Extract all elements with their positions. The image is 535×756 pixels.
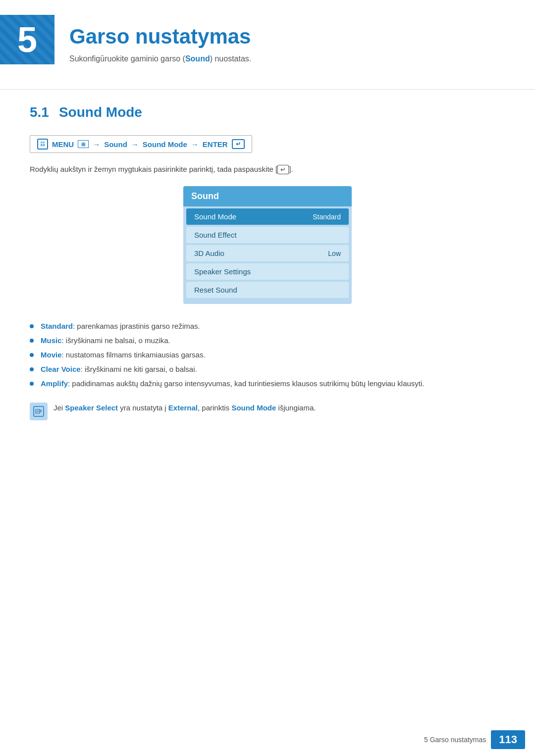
enter-icon: ↵ [232,139,245,149]
svg-rect-0 [34,406,44,416]
nav-path: ☷ MENU ⊞ → Sound → Sound Mode → ENTER ↵ [30,135,252,153]
term-movie: Movie [41,351,62,359]
footer-chapter-label: 5 Garso nustatymas [424,736,486,744]
section-title: Sound Mode [59,104,142,120]
sound-mode-term: Sound Mode [231,403,276,412]
sound-mode-value: Standard [313,213,341,221]
nav-arrow-1: → [93,140,100,149]
sound-menu-wrapper: Sound Sound Mode Standard Sound Effect 3… [30,186,505,304]
bullet-dot [30,367,34,371]
main-content: 5.1 Sound Mode ☷ MENU ⊞ → Sound → Sound … [0,104,535,420]
chapter-title: Garso nustatymas [69,25,251,49]
3d-audio-label: 3D Audio [194,249,224,257]
description-text: Rodyklių aukštyn ir žemyn mygtukais pasi… [30,165,505,174]
reset-sound-label: Reset Sound [194,286,237,294]
section-heading: 5.1 Sound Mode [30,104,505,120]
page-header: 5 Garso nustatymas Sukonfigūruokite gami… [0,0,535,74]
term-standard: Standard [41,322,73,330]
list-item: Music: išryškinami ne balsai, o muzika. [30,336,505,345]
list-item: Movie: nustatomas filmams tinkamiausias … [30,351,505,359]
chapter-subtitle: Sukonfigūruokite gaminio garso (Sound) n… [69,54,251,63]
page-footer: 5 Garso nustatymas 113 [0,723,535,756]
bullet-dot [30,382,34,386]
sound-effect-label: Sound Effect [194,231,237,239]
nav-arrow-3: → [191,140,199,149]
nav-sound: Sound [104,140,127,149]
note-icon [30,403,48,420]
section-divider [0,89,535,90]
sound-menu-header: Sound [183,186,352,206]
bullet-dot [30,339,34,343]
menu-icon: ☷ [37,139,48,150]
chapter-number-block: 5 [0,15,54,64]
3d-audio-value: Low [328,250,341,257]
chapter-number: 5 [17,19,37,60]
menu-label: MENU [52,140,74,149]
term-clear-voice: Clear Voice [41,365,81,373]
nav-arrow-2: → [131,140,139,149]
enter-key-icon: ↵ [277,165,289,174]
external-term: External [168,403,198,412]
sound-menu-item-3d-audio[interactable]: 3D Audio Low [186,245,349,261]
sound-menu-panel: Sound Sound Mode Standard Sound Effect 3… [183,186,352,304]
bullet-dot [30,324,34,328]
list-item: Standard: parenkamas įprastinis garso re… [30,322,505,330]
list-item: Clear Voice: išryškinami ne kiti garsai,… [30,365,505,373]
sound-menu-item-sound-mode[interactable]: Sound Mode Standard [186,208,349,225]
sound-menu-item-reset-sound[interactable]: Reset Sound [186,282,349,298]
term-music: Music [41,336,62,345]
speaker-settings-label: Speaker Settings [194,267,251,276]
bullet-dot [30,353,34,357]
term-amplify: Amplify [41,379,68,388]
bullet-list: Standard: parenkamas įprastinis garso re… [30,322,505,388]
nav-enter-label: ENTER [203,140,228,149]
list-item: Amplify: padidinamas aukštų dažnių garso… [30,379,505,388]
footer-page-number: 113 [491,730,525,749]
grid-icon: ⊞ [78,140,89,148]
speaker-select-term: Speaker Select [65,403,118,412]
sound-mode-label: Sound Mode [194,212,236,221]
nav-sound-mode: Sound Mode [143,140,187,149]
sound-menu-item-sound-effect[interactable]: Sound Effect [186,227,349,243]
chapter-title-block: Garso nustatymas Sukonfigūruokite gamini… [54,15,251,63]
section-number: 5.1 [30,104,49,120]
note-text: Jei Speaker Select yra nustatyta į Exter… [54,403,316,414]
sound-menu-item-speaker-settings[interactable]: Speaker Settings [186,263,349,280]
note-box: Jei Speaker Select yra nustatyta į Exter… [30,403,505,420]
